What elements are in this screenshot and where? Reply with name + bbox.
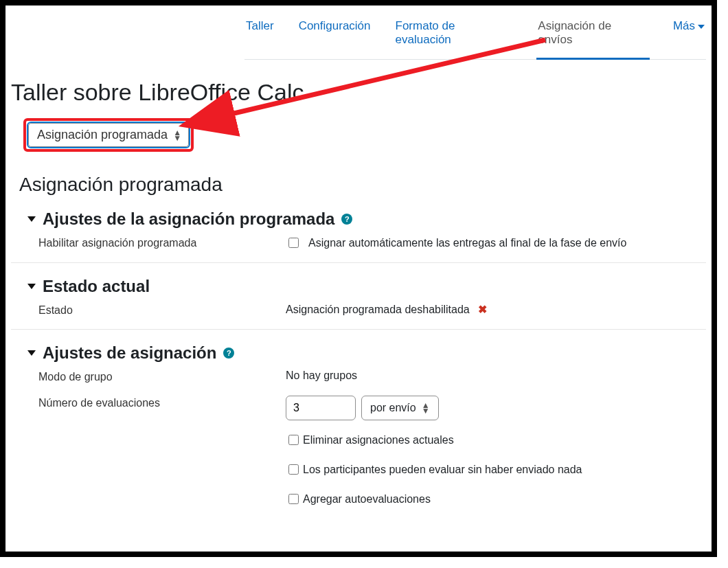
tab-bar: Taller Configuración Formato de evaluaci… (244, 15, 706, 60)
label-status: Estado (38, 303, 286, 317)
help-icon[interactable]: ? (341, 214, 352, 225)
select-updown-icon: ▲▼ (422, 402, 430, 413)
error-x-icon: ✖ (478, 303, 487, 316)
tab-formato-evaluacion[interactable]: Formato de evaluación (394, 15, 515, 59)
label-remove-current: Eliminar asignaciones actuales (303, 434, 454, 446)
chevron-down-icon (698, 25, 705, 29)
row-group-mode: Modo de grupo No hay grupos (38, 370, 706, 383)
label-auto-assign: Asignar automáticamente las entregas al … (308, 237, 626, 249)
row-self-assess: Agregar autoevaluaciones (286, 492, 706, 506)
checkbox-self-assess[interactable] (288, 494, 299, 504)
checkbox-assess-without-submit[interactable] (288, 464, 299, 475)
tab-asignacion-envios[interactable]: Asignación de envíos (536, 15, 650, 60)
help-icon[interactable]: ? (223, 348, 234, 359)
select-per-mode[interactable]: por envío ▲▼ (361, 396, 439, 420)
row-assess-without-submit: Los participantes pueden evaluar sin hab… (286, 462, 706, 477)
status-value: Asignación programada deshabilitada (286, 304, 470, 316)
allocation-method-highlight: Asignación programada ▲▼ (23, 118, 194, 152)
section-assign-title: Ajustes de asignación (43, 343, 216, 363)
allocation-method-select[interactable]: Asignación programada ▲▼ (28, 123, 189, 147)
label-enable-scheduled: Habilitar asignación programada (38, 236, 286, 249)
subheading: Asignación programada (19, 174, 706, 196)
section-scheduled-title: Ajustes de la asignación programada (43, 209, 334, 229)
chevron-down-icon (27, 284, 36, 289)
page-title: Taller sobre LibreOffice Calc (11, 79, 706, 106)
row-remove-current: Eliminar asignaciones actuales (286, 433, 706, 447)
row-num-reviews: Número de evaluaciones por envío ▲▼ (38, 396, 706, 420)
select-per-mode-label: por envío (370, 402, 416, 414)
select-updown-icon: ▲▼ (173, 130, 181, 141)
tab-mas[interactable]: Más (672, 15, 706, 59)
divider (11, 262, 706, 263)
tab-taller[interactable]: Taller (244, 15, 275, 59)
label-group-mode: Modo de grupo (38, 370, 286, 383)
label-self-assess: Agregar autoevaluaciones (303, 493, 431, 505)
tab-mas-label: Más (673, 19, 695, 33)
value-group-mode: No hay grupos (286, 370, 357, 382)
input-num-reviews[interactable] (286, 396, 356, 420)
section-status-title: Estado actual (43, 277, 150, 296)
row-enable-scheduled: Habilitar asignación programada Asignar … (38, 236, 706, 250)
section-status-head[interactable]: Estado actual (27, 277, 706, 296)
checkbox-auto-assign[interactable] (288, 238, 299, 248)
checkbox-remove-current[interactable] (288, 435, 299, 445)
section-scheduled-head[interactable]: Ajustes de la asignación programada ? (27, 209, 706, 229)
tab-configuracion[interactable]: Configuración (297, 15, 372, 59)
section-assign-head[interactable]: Ajustes de asignación ? (27, 343, 706, 363)
chevron-down-icon (27, 216, 36, 222)
label-num-reviews: Número de evaluaciones (38, 396, 286, 409)
row-status: Estado Asignación programada deshabilita… (38, 303, 706, 317)
allocation-method-label: Asignación programada (37, 128, 168, 142)
label-assess-without-submit: Los participantes pueden evaluar sin hab… (303, 464, 582, 476)
divider (11, 329, 706, 330)
chevron-down-icon (27, 350, 36, 356)
